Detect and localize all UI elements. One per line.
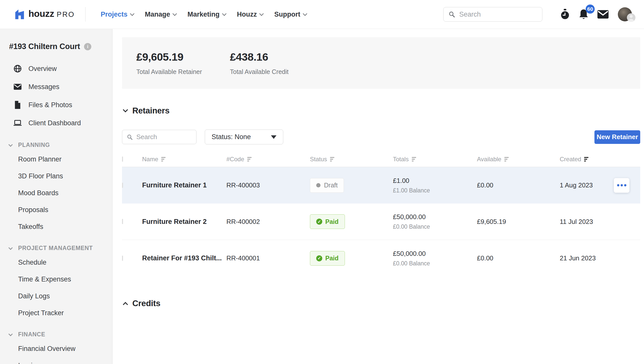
sidebar-item-label: Files & Photos xyxy=(28,101,72,109)
section-project-management-toggle[interactable]: PROJECT MANAGEMENT xyxy=(9,245,112,252)
status-label: Paid xyxy=(325,218,339,225)
retainer-created: 11 Jul 2023 xyxy=(560,218,614,226)
sidebar-item-takeoffs[interactable]: Takeoffs xyxy=(9,218,112,235)
status-badge-paid: ✓ Paid xyxy=(310,251,345,266)
column-header-available[interactable]: Available xyxy=(477,156,560,163)
sidebar-item-time-expenses[interactable]: Time & Expenses xyxy=(9,271,112,288)
nav-item-label: Support xyxy=(274,11,300,18)
sidebar-item-overview[interactable]: Overview xyxy=(9,60,112,78)
column-header-created[interactable]: Created xyxy=(560,156,614,163)
section-label: PLANNING xyxy=(18,142,50,148)
row-actions-menu-button[interactable] xyxy=(614,178,629,193)
sidebar-item-daily-logs[interactable]: Daily Logs xyxy=(9,288,112,305)
totals-summary-card: £9,605.19 Total Available Retainer £438.… xyxy=(122,37,640,89)
houzz-pro-logo[interactable]: houzz PRO xyxy=(14,9,75,20)
mail-icon xyxy=(14,83,22,91)
sidebar-section-planning: PLANNING Room Planner 3D Floor Plans Moo… xyxy=(9,142,112,235)
ellipsis-icon xyxy=(617,184,619,186)
retainers-search[interactable] xyxy=(122,130,196,144)
retainer-label: Total Available Retainer xyxy=(136,68,230,75)
retainer-name[interactable]: Furniture Retainer 2 xyxy=(142,218,226,226)
table-row-furniture-retainer-1[interactable]: Furniture Retainer 1 RR-400003 Draft £1.… xyxy=(122,167,640,204)
sort-icon xyxy=(504,157,509,161)
retainer-name[interactable]: Furniture Retainer 1 xyxy=(142,181,226,189)
sidebar-item-schedule[interactable]: Schedule xyxy=(9,254,112,271)
sidebar-item-financial-overview[interactable]: Financial Overview xyxy=(9,340,112,357)
sidebar-item-invoices[interactable]: Invoices xyxy=(9,357,112,364)
column-label: #Code xyxy=(226,156,244,163)
secondary-avatar-icon xyxy=(627,13,635,22)
sidebar-item-project-tracker[interactable]: Project Tracker xyxy=(9,305,112,321)
retainer-available: £0.00 xyxy=(477,254,560,262)
sidebar-item-mood-boards[interactable]: Mood Boards xyxy=(9,185,112,201)
retainers-search-input[interactable] xyxy=(136,133,192,141)
laptop-icon xyxy=(14,119,22,127)
chevron-down-icon xyxy=(130,11,134,16)
column-header-name[interactable]: Name xyxy=(142,156,226,163)
chevron-up-icon xyxy=(123,302,128,307)
chevron-down-icon xyxy=(303,11,307,16)
table-row-retainer-193[interactable]: Retainer For #193 Chilt... RR-400001 ✓ P… xyxy=(122,240,640,276)
sort-icon xyxy=(247,157,252,161)
status-filter-dropdown[interactable]: Status: None xyxy=(205,130,283,144)
retainer-code: RR-400002 xyxy=(226,218,310,226)
retainer-total: £50,000.00 xyxy=(393,250,477,258)
sort-icon xyxy=(161,157,166,161)
info-icon[interactable]: i xyxy=(84,43,91,50)
sidebar-item-files-photos[interactable]: Files & Photos xyxy=(9,96,112,114)
retainer-available: £9,605.19 xyxy=(477,218,560,226)
project-sidebar: #193 Chiltern Court i Overview Messages xyxy=(0,29,112,364)
column-label: Status xyxy=(310,156,327,163)
retainer-name[interactable]: Retainer For #193 Chilt... xyxy=(142,254,226,262)
status-badge-draft: Draft xyxy=(310,178,344,193)
sort-icon-active xyxy=(584,157,588,161)
nav-item-houzz[interactable]: Houzz xyxy=(237,11,263,18)
table-row-furniture-retainer-2[interactable]: Furniture Retainer 2 RR-400002 ✓ Paid £5… xyxy=(122,204,640,240)
global-search-input[interactable] xyxy=(459,11,537,18)
houzz-house-icon xyxy=(14,9,25,20)
new-retainer-button[interactable]: New Retainer xyxy=(594,130,640,144)
nav-item-support[interactable]: Support xyxy=(274,11,306,18)
notifications-button[interactable]: 60 xyxy=(578,9,589,20)
search-icon xyxy=(127,134,133,141)
retainers-section-toggle[interactable]: Retainers xyxy=(124,106,640,115)
retainer-balance: £0.00 Balance xyxy=(393,223,477,230)
column-header-code[interactable]: #Code xyxy=(226,156,310,163)
sidebar-item-3d-floor-plans[interactable]: 3D Floor Plans xyxy=(9,168,112,185)
caret-down-icon xyxy=(271,135,276,139)
section-finance-toggle[interactable]: FINANCE xyxy=(9,331,112,338)
retainers-title: Retainers xyxy=(132,106,170,115)
sidebar-item-messages[interactable]: Messages xyxy=(9,78,112,96)
section-planning-toggle[interactable]: PLANNING xyxy=(9,142,112,148)
row-checkbox[interactable] xyxy=(122,219,123,224)
column-header-totals[interactable]: Totals xyxy=(393,156,477,163)
select-all-checkbox[interactable] xyxy=(122,156,123,162)
user-avatar-button[interactable] xyxy=(618,7,634,21)
nav-item-projects[interactable]: Projects xyxy=(101,11,134,18)
status-badge-paid: ✓ Paid xyxy=(310,214,345,229)
sidebar-item-room-planner[interactable]: Room Planner xyxy=(9,151,112,168)
sidebar-item-proposals[interactable]: Proposals xyxy=(9,201,112,218)
project-title: #193 Chiltern Court xyxy=(9,42,80,51)
topnav-right-cluster: 60 xyxy=(443,7,634,22)
row-checkbox[interactable] xyxy=(122,256,123,261)
nav-item-label: Houzz xyxy=(237,11,257,18)
total-available-retainer: £9,605.19 Total Available Retainer xyxy=(136,51,230,75)
row-checkbox[interactable] xyxy=(122,183,123,188)
retainer-code: RR-400003 xyxy=(226,181,310,189)
credits-section-toggle[interactable]: Credits xyxy=(124,299,640,308)
nav-item-manage[interactable]: Manage xyxy=(145,11,177,18)
global-search[interactable] xyxy=(443,7,542,22)
sidebar-item-client-dashboard[interactable]: Client Dashboard xyxy=(9,114,112,132)
retainer-balance: £1.00 Balance xyxy=(393,187,477,194)
messages-button[interactable] xyxy=(597,10,609,19)
timer-button[interactable] xyxy=(560,9,570,20)
logo-suffix: PRO xyxy=(57,10,75,19)
sort-icon xyxy=(330,157,334,161)
notification-count-badge: 60 xyxy=(586,5,595,14)
nav-item-marketing[interactable]: Marketing xyxy=(187,11,226,18)
column-header-status[interactable]: Status xyxy=(310,156,393,163)
retainers-table-header: Name #Code Status Totals Available Creat… xyxy=(122,151,640,167)
envelope-icon xyxy=(597,10,609,19)
check-circle-icon: ✓ xyxy=(316,255,322,261)
